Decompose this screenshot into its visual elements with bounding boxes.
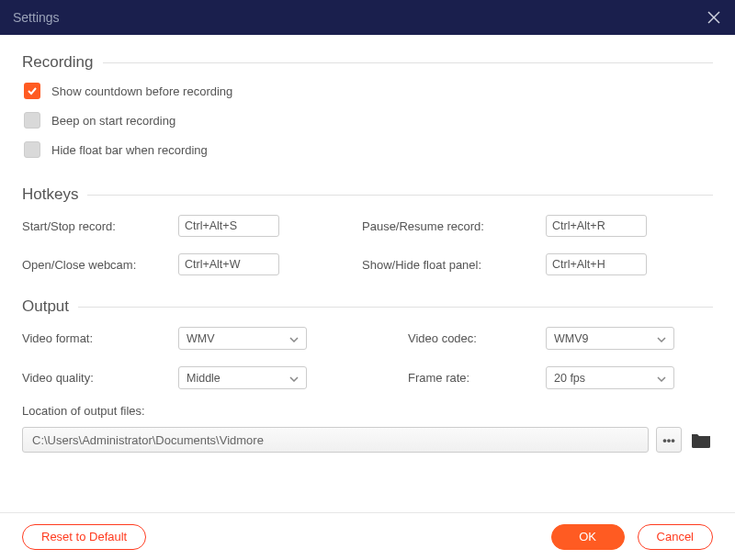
divider [87, 195, 713, 196]
hotkeys-section: Hotkeys Start/Stop record: Ctrl+Alt+S Pa… [22, 185, 713, 275]
chevron-down-icon [657, 372, 666, 385]
hotkey-start-stop-input[interactable]: Ctrl+Alt+S [178, 215, 279, 237]
cancel-button[interactable]: Cancel [638, 524, 713, 550]
titlebar: Settings [0, 0, 735, 35]
open-folder-button[interactable] [689, 428, 713, 452]
chevron-down-icon [657, 332, 666, 345]
checkbox-beep[interactable] [24, 112, 40, 129]
video-codec-select[interactable]: WMV9 [546, 327, 674, 350]
hotkey-start-stop-label: Start/Stop record: [22, 219, 178, 233]
ellipsis-icon: ••• [662, 433, 675, 447]
video-quality-select[interactable]: Middle [178, 366, 307, 389]
recording-option-countdown: Show countdown before recording [22, 83, 713, 99]
divider [103, 62, 714, 63]
recording-option-beep: Beep on start recording [22, 112, 713, 129]
recording-header: Recording [22, 53, 713, 72]
checkbox-label: Beep on start recording [51, 114, 175, 128]
window-title: Settings [13, 10, 60, 25]
hotkeys-title: Hotkeys [22, 185, 87, 204]
frame-rate-label: Frame rate: [408, 371, 546, 385]
chevron-down-icon [289, 332, 299, 345]
output-header: Output [22, 297, 713, 316]
close-icon[interactable] [704, 7, 724, 28]
location-row: C:\Users\Administrator\Documents\Vidmore… [22, 427, 713, 453]
folder-icon [691, 431, 711, 448]
location-input[interactable]: C:\Users\Administrator\Documents\Vidmore [22, 427, 649, 453]
output-section: Output Video format: WMV Video codec: WM… [22, 297, 713, 453]
reset-to-default-button[interactable]: Reset to Default [22, 524, 146, 550]
frame-rate-select[interactable]: 20 fps [546, 366, 674, 389]
hotkey-float-panel-label: Show/Hide float panel: [362, 258, 546, 272]
output-title: Output [22, 297, 78, 316]
video-format-label: Video format: [22, 331, 178, 345]
location-label: Location of output files: [22, 404, 713, 418]
video-quality-label: Video quality: [22, 371, 178, 385]
recording-title: Recording [22, 53, 103, 72]
hotkey-webcam-label: Open/Close webcam: [22, 258, 178, 272]
recording-section: Recording Show countdown before recordin… [22, 53, 713, 158]
video-format-select[interactable]: WMV [178, 327, 307, 350]
hotkey-float-panel-input[interactable]: Ctrl+Alt+H [546, 253, 647, 275]
checkbox-countdown[interactable] [24, 83, 40, 99]
content: Recording Show countdown before recordin… [0, 35, 735, 512]
checkbox-label: Hide float bar when recording [51, 143, 208, 157]
checkbox-hide-floatbar[interactable] [24, 141, 40, 158]
footer: Reset to Default OK Cancel [0, 512, 735, 560]
divider [78, 307, 713, 308]
hotkey-webcam-input[interactable]: Ctrl+Alt+W [178, 253, 279, 275]
hotkeys-header: Hotkeys [22, 185, 713, 204]
hotkey-pause-resume-label: Pause/Resume record: [362, 219, 546, 233]
chevron-down-icon [289, 372, 299, 385]
ok-button[interactable]: OK [551, 524, 625, 550]
checkbox-label: Show countdown before recording [51, 84, 232, 98]
hotkey-pause-resume-input[interactable]: Ctrl+Alt+R [546, 215, 647, 237]
recording-option-hide-floatbar: Hide float bar when recording [22, 141, 713, 158]
browse-button[interactable]: ••• [656, 427, 682, 453]
video-codec-label: Video codec: [408, 331, 546, 345]
